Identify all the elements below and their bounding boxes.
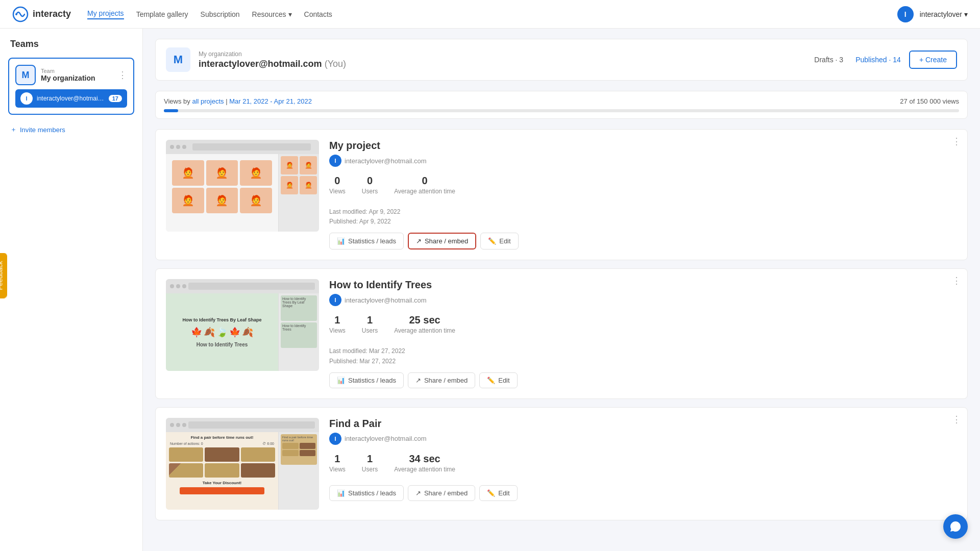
team-card: M Team My organization ⋮ I interactylove…	[8, 58, 134, 115]
project-card-0: ⋮ 🧑‍🦰 🧑‍🦰 🧑‍🦰 🧑‍🦰 🧑	[155, 129, 968, 260]
edit-button-2[interactable]: ✏️ Edit	[479, 485, 517, 501]
team-options-icon[interactable]: ⋮	[118, 69, 127, 81]
metric-views-1: 1 Views	[329, 314, 346, 334]
member-item[interactable]: I interactylover@hotmail.co... 17	[15, 89, 127, 108]
org-avatar: M	[166, 47, 190, 72]
metric-users-1: 1 Users	[362, 314, 378, 334]
face-cell: 🧑‍🦰	[206, 160, 238, 186]
project-thumbnail-0: 🧑‍🦰 🧑‍🦰 🧑‍🦰 🧑‍🦰 🧑‍🦰 🧑‍🦰 🧑‍🦰 🧑‍🦰	[166, 140, 319, 232]
team-card-header: M Team My organization ⋮	[15, 65, 127, 85]
views-all-projects-link[interactable]: all projects	[192, 97, 224, 105]
org-email: interactylover@hotmail.com (You)	[199, 59, 806, 69]
svg-point-1	[15, 13, 17, 15]
author-avatar-2: I	[329, 433, 341, 445]
feedback-tab[interactable]: Feedback	[0, 253, 7, 298]
share-icon-2: ↗	[415, 489, 421, 497]
team-details: Team My organization	[41, 68, 95, 82]
share-embed-button-2[interactable]: ↗ Share / embed	[408, 485, 475, 501]
project-actions-2: 📊 Statistics / leads ↗ Share / embed ✏️ …	[329, 485, 957, 501]
team-label: Team	[41, 68, 95, 74]
nav-right: I interactylover ▾	[897, 6, 968, 22]
views-count: 27 of 150 000 views	[900, 97, 959, 105]
sidebar: Teams M Team My organization ⋮ I interac…	[0, 29, 143, 551]
views-bar-fill	[164, 109, 178, 112]
member-count: 17	[109, 95, 122, 102]
stats-leads-button-1[interactable]: 📊 Statistics / leads	[329, 372, 404, 388]
thumb-dot	[176, 284, 180, 288]
thumb-url-bar	[188, 421, 315, 429]
project-menu-icon-1[interactable]: ⋮	[952, 275, 961, 286]
face-cell: 🧑‍🦰	[172, 188, 204, 213]
chat-bubble[interactable]	[943, 514, 968, 539]
org-you-label: (You)	[325, 59, 346, 69]
face-cell: 🧑‍🦰	[240, 188, 272, 213]
org-info: My organization interactylover@hotmail.c…	[199, 51, 806, 69]
main-layout: Teams M Team My organization ⋮ I interac…	[0, 29, 980, 551]
chevron-down-icon: ▾	[288, 10, 292, 18]
org-header: M My organization interactylover@hotmail…	[155, 39, 968, 81]
nav-subscription[interactable]: Subscription	[201, 10, 240, 18]
project-dates-0: Last modified: Apr 9, 2022 Published: Ap…	[329, 207, 957, 227]
project-author-2: I interactylover@hotmail.com	[329, 433, 957, 445]
project-actions-0: 📊 Statistics / leads ↗ Share / embed ✏️ …	[329, 233, 957, 249]
thumb-dot	[182, 284, 186, 288]
chevron-down-icon-user: ▾	[964, 10, 968, 18]
metric-users-0: 0 Users	[362, 175, 378, 195]
create-button[interactable]: + Create	[909, 51, 957, 69]
thumb-dot	[170, 284, 174, 288]
nav-contacts[interactable]: Contacts	[304, 10, 332, 18]
edit-button-0[interactable]: ✏️ Edit	[480, 233, 518, 249]
project-card-2: ⋮ Find a pair before time runs out! Numb…	[155, 407, 968, 520]
project-thumbnail-1: How to Identify Trees By Leaf Shape 🍁 🍂 …	[166, 279, 319, 371]
nav-resources[interactable]: Resources ▾	[252, 10, 292, 18]
plus-icon: ＋	[10, 125, 17, 134]
org-stats: Drafts · 3 Published · 14	[814, 56, 901, 64]
edit-icon-0: ✏️	[488, 237, 496, 245]
nav-my-projects[interactable]: My projects	[87, 9, 124, 19]
face-grid: 🧑‍🦰 🧑‍🦰 🧑‍🦰 🧑‍🦰 🧑‍🦰 🧑‍🦰	[169, 157, 275, 216]
author-avatar-0: I	[329, 155, 341, 167]
nav-template-gallery[interactable]: Template gallery	[136, 10, 188, 18]
project-metrics-2: 1 Views 1 Users 34 sec Average attention…	[329, 453, 957, 473]
thumb-dot	[176, 145, 180, 149]
invite-members-button[interactable]: ＋ Invite members	[8, 121, 134, 138]
main-content: M My organization interactylover@hotmail…	[143, 29, 980, 551]
views-header: Views by all projects | Mar 21, 2022 - A…	[164, 97, 959, 105]
thumb-dot	[170, 145, 174, 149]
logo[interactable]: interacty	[12, 6, 71, 22]
stats-icon-1: 📊	[337, 377, 345, 384]
share-icon-0: ↗	[416, 237, 422, 245]
author-avatar-1: I	[329, 294, 341, 306]
user-menu[interactable]: interactylover ▾	[920, 10, 968, 18]
stats-icon-2: 📊	[337, 489, 345, 497]
team-card-info: M Team My organization	[15, 65, 95, 85]
thumb-dot	[182, 423, 186, 427]
stats-leads-button-2[interactable]: 📊 Statistics / leads	[329, 485, 404, 501]
published-stat[interactable]: Published · 14	[855, 56, 901, 64]
navbar: interacty My projects Template gallery S…	[0, 0, 980, 29]
project-info-1: How to Identify Trees I interactylover@h…	[329, 279, 957, 388]
project-metrics-1: 1 Views 1 Users 25 sec Average attention…	[329, 314, 957, 334]
metric-views-2: 1 Views	[329, 453, 346, 473]
team-name: My organization	[41, 74, 95, 82]
thumb-title-bar	[192, 143, 311, 151]
project-menu-icon-0[interactable]: ⋮	[952, 136, 961, 147]
views-section: Views by all projects | Mar 21, 2022 - A…	[155, 91, 968, 119]
chat-icon	[949, 520, 962, 533]
views-label: Views by all projects | Mar 21, 2022 - A…	[164, 97, 312, 105]
project-menu-icon-2[interactable]: ⋮	[952, 414, 961, 425]
share-icon-1: ↗	[415, 377, 421, 384]
face-cell: 🧑‍🦰	[206, 188, 238, 213]
project-metrics-0: 0 Views 0 Users 0 Average attention time	[329, 175, 957, 195]
stats-leads-button-0[interactable]: 📊 Statistics / leads	[329, 233, 404, 249]
logo-icon	[12, 6, 29, 22]
project-name-0: My project	[329, 140, 957, 152]
team-avatar: M	[15, 65, 36, 85]
project-info-2: Find a Pair I interactylover@hotmail.com…	[329, 418, 957, 510]
project-card-1: ⋮ How to Identify Trees By Leaf Shape 🍁 …	[155, 268, 968, 398]
share-embed-button-1[interactable]: ↗ Share / embed	[408, 372, 475, 388]
edit-button-1[interactable]: ✏️ Edit	[479, 372, 517, 388]
face-cell: 🧑‍🦰	[240, 160, 272, 186]
project-name-2: Find a Pair	[329, 418, 957, 430]
share-embed-button-0[interactable]: ↗ Share / embed	[408, 233, 476, 249]
